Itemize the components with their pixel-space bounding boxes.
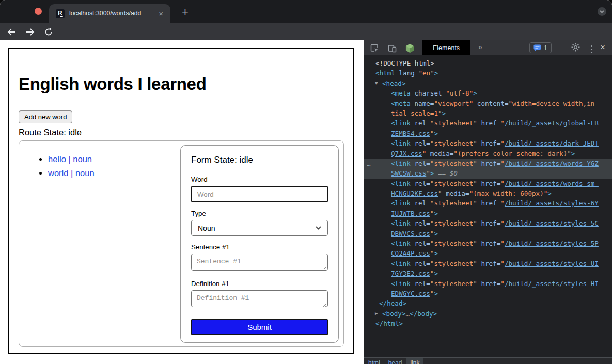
code-line[interactable]: <html lang="en"> xyxy=(364,68,612,78)
browser-window: R localhost:3000/words/add × + localhost… xyxy=(0,0,612,364)
tab-search-button[interactable] xyxy=(598,7,606,16)
code-line[interactable]: …<link rel="stylesheet" href="/build/_as… xyxy=(364,159,612,168)
type-label: Type xyxy=(191,210,328,217)
page-title: English words I learned xyxy=(19,75,344,92)
code-line[interactable]: <link rel="stylesheet" href="/build/_ass… xyxy=(364,279,612,289)
code-line[interactable]: tial-scale=1"> xyxy=(364,108,612,118)
app-card: English words I learned Add new word Rou… xyxy=(8,48,354,354)
tab-strip: R localhost:3000/words/add × + xyxy=(0,0,612,23)
devtools-code: <!DOCTYPE html><html lang="en">▼<head><m… xyxy=(364,55,612,357)
devtools-menu-button[interactable] xyxy=(591,45,592,53)
forward-button[interactable] xyxy=(24,26,36,38)
submit-button[interactable]: Submit xyxy=(191,319,328,335)
settings-gear-icon[interactable] xyxy=(571,43,580,54)
code-line[interactable]: ▶<body>…</body> xyxy=(364,309,612,319)
toolbar-divider xyxy=(418,44,418,52)
tab-elements[interactable]: Elements xyxy=(422,40,470,55)
code-line[interactable]: </html> xyxy=(364,319,612,328)
code-line[interactable]: <!DOCTYPE html> xyxy=(364,58,612,68)
node-icon[interactable] xyxy=(404,43,415,53)
devtools-toolbar: Elements » 1 × xyxy=(364,40,612,55)
line-hover-dots: … xyxy=(367,159,371,168)
words-panel: hello | nounworld | noun Form State: idl… xyxy=(19,140,344,347)
tab-close-icon[interactable]: × xyxy=(156,9,165,19)
breadcrumb-item-head[interactable]: head xyxy=(384,358,406,364)
chevron-down-icon xyxy=(316,226,321,230)
definition-input[interactable] xyxy=(191,290,328,307)
word-link[interactable]: world | noun xyxy=(48,168,95,178)
code-line[interactable]: Q7JX.css" media="(prefers-color-scheme: … xyxy=(364,149,612,159)
back-button[interactable] xyxy=(6,26,17,38)
type-select-value: Noun xyxy=(198,224,215,232)
chevron-down-icon xyxy=(600,10,604,13)
type-select[interactable]: Noun xyxy=(191,220,328,236)
word-link[interactable]: hello | noun xyxy=(48,154,92,164)
sentence-label: Sentence #1 xyxy=(191,243,328,251)
code-line[interactable]: <meta name="viewport" content="width=dev… xyxy=(364,99,612,108)
code-line[interactable]: <link rel="stylesheet" href="/build/_ass… xyxy=(364,179,612,188)
definition-label: Definition #1 xyxy=(191,280,328,288)
code-line[interactable]: <link rel="stylesheet" href="/build/_ass… xyxy=(364,218,612,228)
issues-count: 1 xyxy=(544,44,547,52)
code-line[interactable]: <link rel="stylesheet" href="/build/_ass… xyxy=(364,138,612,148)
word-label: Word xyxy=(191,176,328,183)
route-state-text: Route State: idle xyxy=(19,128,344,137)
code-line[interactable]: ▼<head> xyxy=(364,78,612,88)
form-state-text: Form State: idle xyxy=(191,155,328,165)
page-content: English words I learned Add new word Rou… xyxy=(0,40,364,364)
browser-tab[interactable]: R localhost:3000/words/add × xyxy=(49,4,170,23)
new-tab-button[interactable]: + xyxy=(178,5,193,20)
issues-counter[interactable]: 1 xyxy=(529,42,552,53)
add-word-form: Form State: idle Word Type Noun Sentence… xyxy=(180,145,339,343)
word-input[interactable] xyxy=(191,186,328,202)
issues-bubble-icon xyxy=(533,44,541,51)
code-line[interactable]: EDWGYC.css"> xyxy=(364,289,612,298)
code-line[interactable]: HCNGU2KF.css" media="(max-width: 600px)"… xyxy=(364,188,612,198)
inspect-element-icon[interactable] xyxy=(369,43,380,53)
tab-title: localhost:3000/words/add xyxy=(69,10,156,17)
code-line[interactable]: 7GY3E2.css"> xyxy=(364,268,612,278)
remix-favicon-icon: R xyxy=(56,9,65,18)
code-line[interactable]: <meta charset="utf-8"> xyxy=(364,88,612,98)
disclosure-triangle-icon[interactable]: ▶ xyxy=(375,309,378,319)
reload-button[interactable] xyxy=(43,26,54,38)
sentence-input[interactable] xyxy=(191,254,328,271)
add-new-word-button[interactable]: Add new word xyxy=(19,110,72,123)
code-line[interactable]: ZEMBS4.css"> xyxy=(364,129,612,138)
breadcrumb-item-html[interactable]: html xyxy=(364,358,384,364)
devtools-close-icon[interactable]: × xyxy=(598,42,608,53)
code-line[interactable]: SWCSW.css"> == $0 xyxy=(364,168,612,178)
code-line[interactable]: DBWVCS.css"> xyxy=(364,229,612,239)
code-line[interactable]: <link rel="stylesheet" href="/build/_ass… xyxy=(364,198,612,208)
disclosure-triangle-icon[interactable]: ▼ xyxy=(375,78,378,88)
breadcrumb-item-link[interactable]: link xyxy=(406,358,423,364)
code-line[interactable]: <link rel="stylesheet" href="/build/_ass… xyxy=(364,118,612,128)
devtools-panel: Elements » 1 × <!DOCTYPE html><html lang… xyxy=(364,40,612,364)
code-line[interactable]: <link rel="stylesheet" href="/build/_ass… xyxy=(364,259,612,268)
more-tabs-chevron[interactable]: » xyxy=(478,43,482,51)
devtools-breadcrumb: htmlheadlink xyxy=(364,357,612,364)
toolbar-divider xyxy=(562,44,562,52)
traffic-close-button[interactable] xyxy=(35,8,42,15)
device-toolbar-icon[interactable] xyxy=(387,43,397,53)
code-line[interactable]: </head> xyxy=(364,298,612,308)
browser-toolbar: localhost:3000/words/add ☆ Incognito xyxy=(0,23,612,40)
code-line[interactable]: CO2A4P.css"> xyxy=(364,248,612,258)
code-line[interactable]: IUJWTB.css"> xyxy=(364,209,612,218)
code-line[interactable]: <link rel="stylesheet" href="/build/_ass… xyxy=(364,239,612,248)
